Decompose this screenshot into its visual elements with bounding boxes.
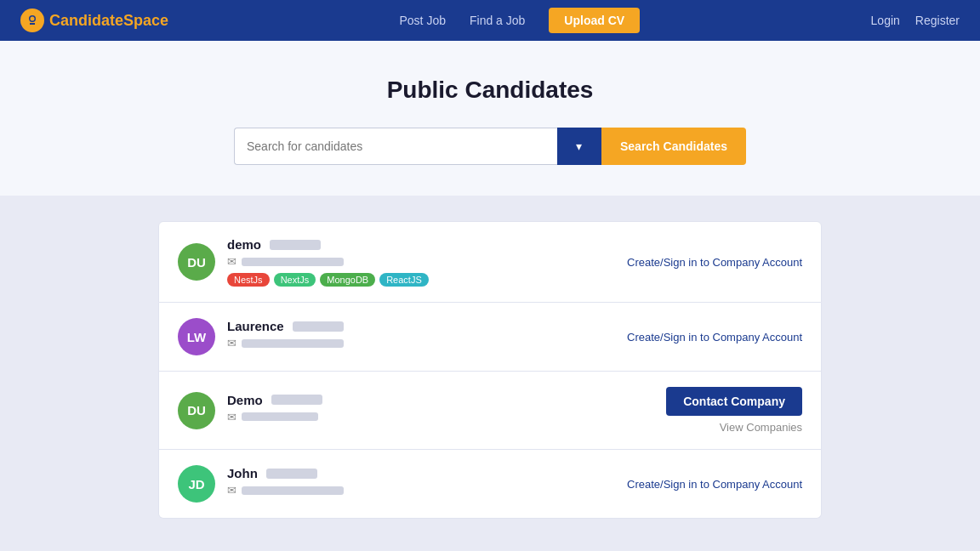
nav-register[interactable]: Register [915,14,960,27]
navbar: CandidateSpace Post Job Find a Job Uploa… [0,0,980,41]
tag-mongodb: MongoDB [320,273,375,287]
candidate-card-2: LW Laurence ✉ Create/Sign in to Company … [158,303,822,372]
nav-auth: Login Register [871,14,960,27]
brand-logo[interactable]: CandidateSpace [20,9,168,32]
filter-button[interactable]: ▾ [557,128,601,165]
email-icon-1: ✉ [227,255,236,268]
candidates-section: DU demo ✉ NestJs NextJs MongoDB ReactJS [0,196,980,551]
nav-links: Post Job Find a Job Upload CV [400,8,641,33]
logo-icon [20,9,44,32]
sign-in-company-button-1[interactable]: Create/Sign in to Company Account [627,256,802,269]
candidate-surname-1-blurred [270,240,321,250]
candidate-surname-4-blurred [266,469,317,479]
candidate-action-3: Contact Company View Companies [666,387,802,434]
upload-cv-button[interactable]: Upload CV [549,8,640,33]
candidate-action-2: Create/Sign in to Company Account [627,331,802,344]
candidate-action-1: Create/Sign in to Company Account [627,256,802,269]
candidate-name-2: Laurence [227,319,284,333]
candidate-email-1-blurred [242,258,344,266]
email-icon-4: ✉ [227,484,236,497]
email-icon-3: ✉ [227,411,236,423]
candidate-surname-2-blurred [293,321,344,332]
nav-login[interactable]: Login [871,14,900,27]
tag-nestjs: NestJs [227,273,270,287]
candidate-tags-1: NestJs NextJs MongoDB ReactJS [227,273,627,287]
page-title: Public Candidates [0,77,980,104]
candidate-info-4: John ✉ [227,466,627,502]
candidate-name-4: John [227,466,258,480]
search-input[interactable] [234,128,557,165]
avatar-4: JD [178,465,215,503]
candidate-info-1: demo ✉ NestJs NextJs MongoDB ReactJS [227,237,627,287]
candidate-card-1: DU demo ✉ NestJs NextJs MongoDB ReactJS [158,221,822,303]
candidate-email-3-blurred [242,412,318,421]
candidate-email-4-blurred [242,486,344,495]
candidates-list: DU demo ✉ NestJs NextJs MongoDB ReactJS [158,221,822,519]
avatar-3: DU [178,392,215,429]
candidate-card-4: JD John ✉ Create/Sign in to Company Acco… [158,450,822,519]
view-companies-link[interactable]: View Companies [720,421,802,434]
avatar-2: LW [178,318,215,355]
tag-reactjs: ReactJS [379,273,429,287]
candidate-action-4: Create/Sign in to Company Account [627,478,802,491]
candidate-name-1: demo [227,237,261,252]
contact-company-button[interactable]: Contact Company [666,387,802,416]
nav-post-job[interactable]: Post Job [400,14,446,27]
sign-in-company-button-2[interactable]: Create/Sign in to Company Account [627,331,802,344]
candidate-surname-3-blurred [271,395,322,405]
search-bar: ▾ Search Candidates [0,128,980,165]
tag-nextjs: NextJs [274,273,316,287]
nav-find-job[interactable]: Find a Job [470,14,525,27]
candidate-email-2-blurred [242,339,344,348]
svg-point-3 [27,20,30,22]
candidate-name-3: Demo [227,393,263,407]
hero-section: Public Candidates ▾ Search Candidates [0,41,980,196]
svg-point-1 [31,17,35,21]
sign-in-company-button-4[interactable]: Create/Sign in to Company Account [627,478,802,491]
candidate-info-3: Demo ✉ [227,393,666,429]
email-icon-2: ✉ [227,337,236,349]
search-candidates-button[interactable]: Search Candidates [601,128,746,165]
brand-name: CandidateSpace [49,12,168,30]
avatar-1: DU [178,243,215,281]
candidate-card-3: DU Demo ✉ Contact Company View Companies [158,372,822,450]
filter-icon: ▾ [576,139,582,153]
candidate-info-2: Laurence ✉ [227,319,627,355]
